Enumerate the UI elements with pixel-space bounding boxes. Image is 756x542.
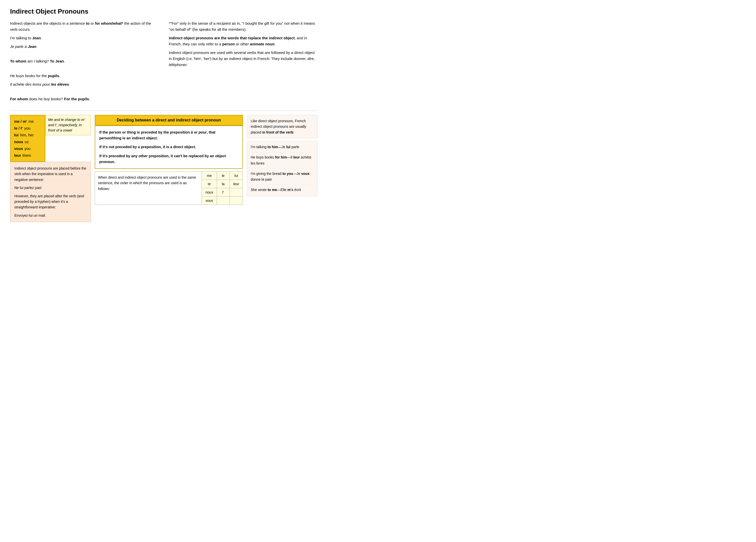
question2: For whom does he buy books? For the pupi…: [10, 96, 159, 102]
pronoun-val-lui: him, her: [20, 132, 34, 138]
top-left-column: Indirect objects are the objects in a se…: [10, 20, 159, 105]
pronoun-note: Me and te change to m' and t', respectiv…: [45, 115, 91, 135]
pronoun-row-te: te / t' you: [14, 125, 41, 132]
rule1: If the person or thing is preceded by th…: [99, 130, 238, 141]
pronoun-key-nous: nous: [14, 138, 23, 145]
pronoun-col-2: le la l': [217, 172, 230, 205]
pink-p2: However, they are placed after the verb …: [14, 193, 86, 210]
right-examples: I'm talking to him—Je lui parle He buys …: [247, 141, 318, 196]
right-example-2: He buys books for him—Il leur achète les…: [251, 154, 314, 169]
rule2: If it's not preceded by a preposition, i…: [99, 144, 238, 150]
pronoun-row-vous: vous you: [14, 145, 41, 152]
definition-text: Indirect object pronouns are the words t…: [169, 35, 318, 47]
pronoun-row-lui: lui him, her: [14, 132, 41, 138]
pink-example1: Ne lui parlez pas!: [14, 185, 86, 190]
left-column: me / m' me te / t' you lui him, her nous…: [10, 115, 91, 222]
bottom-section: me / m' me te / t' you lui him, her nous…: [10, 115, 318, 222]
pronoun-cell-la: la: [217, 180, 230, 188]
rule3: If it's preceded by any other prepositio…: [99, 153, 238, 165]
pronoun-key-lui: lui: [14, 132, 19, 138]
top-section: Indirect objects are the objects in a se…: [10, 20, 318, 105]
pronoun-cell-vous: vous: [202, 197, 216, 205]
pronoun-val-te: you: [24, 125, 30, 132]
intro-text: Indirect objects are the objects in a se…: [10, 20, 159, 33]
pronoun-cell-empty3: [230, 197, 243, 205]
example1-en: I'm talking to Jean.: [10, 35, 159, 41]
pronoun-cell-empty2: [230, 188, 243, 197]
pronoun-cell-te: te: [202, 180, 216, 188]
pronoun-val-nous: us: [25, 138, 29, 145]
example2-fr: Il achète des livres pour les élèves.: [10, 81, 159, 87]
pronoun-cell-me: me: [202, 172, 216, 180]
order-table: When direct and indirect object pronouns…: [95, 171, 243, 205]
order-table-text: When direct and indirect object pronouns…: [95, 172, 202, 205]
pink-box: Indirect object pronouns are placed befo…: [10, 162, 91, 222]
question1: To whom am I talking? To Jean.: [10, 58, 159, 64]
pronoun-col-1: me te nous vous: [202, 172, 217, 205]
center-header: Deciding between a direct and indirect o…: [95, 115, 243, 125]
pronoun-key-te: te / t': [14, 125, 23, 132]
pink-p1: Indirect object pronouns are placed befo…: [14, 166, 86, 182]
example1-fr: Je parle à Jean.: [10, 44, 159, 50]
right-top-box: Like direct object pronouns, French indi…: [247, 115, 318, 138]
pronoun-key-me: me / m': [14, 118, 27, 125]
pink-example2: Envoyez-lui un mail.: [14, 213, 86, 218]
pronoun-row-leur: leur them: [14, 152, 41, 159]
pronoun-cell-nous: nous: [202, 188, 216, 197]
usage-text: Indirect object pronouns are used with s…: [169, 50, 318, 68]
center-rules: If the person or thing is preceded by th…: [95, 125, 243, 169]
pronoun-val-me: me: [28, 118, 34, 125]
right-example-4: She wrote to me—Elle m'a écrit: [251, 187, 314, 193]
pronoun-key-vous: vous: [14, 145, 23, 152]
pronoun-cell-l: l': [217, 188, 230, 197]
pronoun-row-me: me / m' me: [14, 118, 41, 125]
pronoun-key-leur: leur: [14, 152, 21, 159]
footnote-text: *"For" only in the sense of a recipient …: [169, 20, 318, 33]
right-example-3: I'm giving the bread to you—Je vous donn…: [251, 171, 314, 185]
pronoun-box: me / m' me te / t' you lui him, her nous…: [10, 115, 45, 162]
pronoun-grid: me te nous vous le la l' lui leur: [202, 172, 243, 205]
center-column: Deciding between a direct and indirect o…: [95, 115, 243, 205]
right-example-1: I'm talking to him—Je lui parle: [251, 144, 314, 152]
divider: [10, 111, 318, 111]
pronoun-val-vous: you: [24, 145, 30, 152]
pronoun-table-row: me / m' me te / t' you lui him, her nous…: [10, 115, 91, 162]
page-title: Indirect Object Pronouns: [10, 8, 318, 15]
pronoun-cell-le: le: [217, 172, 230, 180]
pronoun-col-3: lui leur: [230, 172, 243, 205]
pronoun-cell-lui-grid: lui: [230, 172, 243, 180]
pronoun-val-leur: them: [23, 152, 31, 159]
right-column: Like direct object pronouns, French indi…: [247, 115, 318, 196]
top-right-column: *"For" only in the sense of a recipient …: [169, 20, 318, 105]
pronoun-cell-empty: [217, 197, 230, 205]
pronoun-row-nous: nous us: [14, 138, 41, 145]
pronoun-cell-leur-grid: leur: [230, 180, 243, 188]
example2-en: He buys books for the pupils.: [10, 73, 159, 79]
